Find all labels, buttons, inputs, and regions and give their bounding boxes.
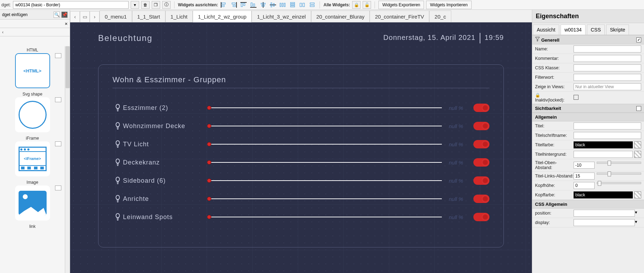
color-swatch-icon[interactable] <box>634 191 641 198</box>
canvas[interactable]: Beleuchtung Donnerstag, 15. April 202119… <box>70 22 532 273</box>
svg-point-33 <box>116 195 119 200</box>
titelschrift-input[interactable] <box>574 132 641 139</box>
svg-rect-27 <box>310 5 314 7</box>
ptab-widget[interactable]: w00134 <box>561 24 585 35</box>
align-hcenter-icon[interactable] <box>259 1 267 8</box>
dropdown-icon[interactable]: ▾ <box>131 1 139 9</box>
power-toggle[interactable] <box>473 158 489 167</box>
delete-icon[interactable]: 🗑 <box>141 1 150 9</box>
ptab-skripte[interactable]: Skripte <box>606 24 629 35</box>
all-widgets-label: Alle Widgets: <box>323 2 350 7</box>
power-toggle[interactable] <box>473 104 489 112</box>
widget-card-link[interactable]: link <box>1 224 63 229</box>
widget-card-svg[interactable]: Svg shape <box>1 92 63 132</box>
brightness-slider[interactable] <box>207 162 442 163</box>
dist-h-icon[interactable] <box>279 1 287 8</box>
widget-card-html[interactable]: HTML <HTML> <box>1 48 63 88</box>
slider[interactable] <box>597 173 641 175</box>
tab-6[interactable]: 20_container_FireTV <box>370 10 429 22</box>
dropdown-icon[interactable]: ▾ <box>635 210 641 217</box>
svg-rect-1 <box>222 3 225 4</box>
align-bottom-icon[interactable] <box>249 1 257 8</box>
pin-icon[interactable]: 📌 <box>61 12 68 18</box>
cssklasse-input[interactable] <box>574 64 641 71</box>
unlock-icon[interactable]: 🔓 <box>363 1 371 9</box>
color-swatch-icon[interactable] <box>634 141 641 148</box>
light-row: TV Lichtnull % <box>112 135 489 153</box>
slider[interactable] <box>597 182 641 184</box>
titel-links-input[interactable] <box>574 173 595 180</box>
section-generell[interactable]: Generell ✓ <box>532 35 644 44</box>
color-swatch-icon[interactable] <box>634 151 641 158</box>
titelhg-input[interactable] <box>574 151 633 158</box>
power-toggle[interactable] <box>473 195 489 203</box>
info-icon[interactable]: ⓘ <box>162 1 171 9</box>
slider[interactable] <box>597 162 641 164</box>
top-toolbar: dget: ▾ 🗑 ❐ ⓘ Widgets ausrichten: Alle W… <box>0 0 644 10</box>
align-vcenter-icon[interactable] <box>269 1 277 8</box>
titelfarbe-input[interactable]: black <box>574 141 633 148</box>
position-input[interactable] <box>574 210 635 217</box>
svg-point-31 <box>116 159 119 163</box>
align-top-icon[interactable] <box>240 1 247 8</box>
equal-width-icon[interactable] <box>299 1 306 8</box>
tab-4[interactable]: 1_Licht_3_wz_einzel <box>252 10 311 22</box>
view-tabs: ‹ ▭ › 0_menu1 1_1_Start 1_Licht 1_Licht_… <box>70 10 532 22</box>
kopffarbe-input[interactable]: black <box>574 191 633 198</box>
tab-1[interactable]: 1_1_Start <box>132 10 165 22</box>
widget-card-image[interactable]: Image <box>1 180 63 220</box>
lock-icon[interactable]: 🔒 <box>352 1 361 9</box>
name-input[interactable] <box>574 46 641 52</box>
ptab-aussicht[interactable]: Aussicht <box>533 24 559 35</box>
brightness-slider[interactable] <box>207 217 442 217</box>
export-button[interactable]: Widgets Exportieren <box>378 1 424 9</box>
checkbox-icon[interactable] <box>636 106 641 111</box>
tab-list-icon[interactable]: ▭ <box>80 11 90 22</box>
kommentar-input[interactable] <box>574 55 641 62</box>
dropdown-icon[interactable]: ▾ <box>635 219 641 226</box>
widget-id-input[interactable] <box>13 1 129 9</box>
titel-input[interactable] <box>574 122 641 130</box>
section-allgemein[interactable]: Allgemein <box>532 113 644 121</box>
power-toggle[interactable] <box>473 122 489 130</box>
scrollbar[interactable] <box>65 46 70 273</box>
kopfhoehe-input[interactable] <box>574 182 595 189</box>
power-toggle[interactable] <box>473 140 489 148</box>
power-toggle[interactable] <box>473 176 489 185</box>
dist-v-icon[interactable] <box>289 1 296 8</box>
ptab-css[interactable]: CSS <box>587 24 605 35</box>
close-icon[interactable]: × <box>65 21 68 27</box>
titel-oben-input[interactable] <box>574 162 595 169</box>
brightness-slider[interactable] <box>207 107 442 108</box>
tab-0[interactable]: 0_menu1 <box>100 10 132 22</box>
brightness-slider[interactable] <box>207 126 442 126</box>
tab-3[interactable]: 1_Licht_2_wz_group <box>193 10 252 22</box>
search-icon[interactable]: 🔍 <box>54 12 60 18</box>
section-css-allgemein[interactable]: CSS Allgemein <box>532 200 644 209</box>
tab-5[interactable]: 20_container_Bluray <box>311 10 370 22</box>
display-input[interactable] <box>574 219 635 226</box>
svg-rect-6 <box>240 2 247 3</box>
tab-next-icon[interactable]: › <box>90 11 100 22</box>
tab-prev-icon[interactable]: ‹ <box>70 11 80 22</box>
align-right-icon[interactable] <box>230 1 238 8</box>
copy-icon[interactable]: ❐ <box>152 1 160 9</box>
import-button[interactable]: Widgets Importieren <box>426 1 471 9</box>
brightness-slider[interactable] <box>207 144 442 145</box>
filter-row[interactable]: ‹ <box>0 28 70 36</box>
power-toggle[interactable] <box>473 213 489 221</box>
align-left-icon[interactable] <box>220 1 228 8</box>
inaktiv-checkbox[interactable] <box>574 95 578 100</box>
widget-card-iframe[interactable]: iFrame <iFrame> <box>1 136 63 176</box>
section-sichtbarkeit[interactable]: Sichtbarkeit <box>532 104 644 113</box>
tab-7[interactable]: 20_c <box>429 10 451 22</box>
filterwort-input[interactable] <box>574 74 641 81</box>
views-input[interactable] <box>574 83 641 90</box>
tab-2[interactable]: 1_Licht <box>165 10 193 22</box>
light-name: Wohnzimmer Decke <box>123 122 200 130</box>
brightness-slider[interactable] <box>207 180 442 181</box>
checkbox-icon[interactable]: ✓ <box>636 37 641 42</box>
equal-height-icon[interactable] <box>308 1 316 8</box>
brightness-slider[interactable] <box>207 198 442 199</box>
light-row: Leinwand Spotsnull % <box>112 208 489 226</box>
